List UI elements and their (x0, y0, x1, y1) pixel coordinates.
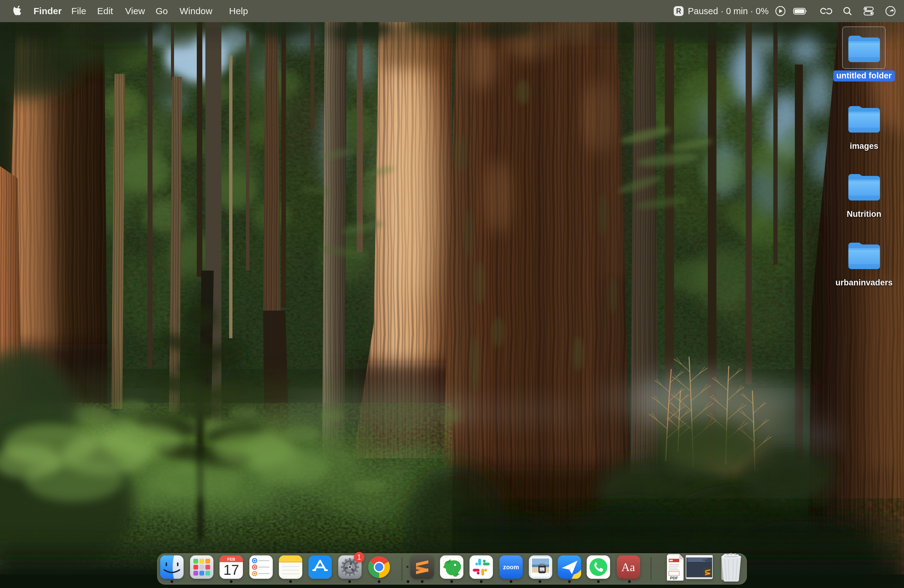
svg-text:FEB: FEB (227, 557, 235, 561)
svg-text:PDF: PDF (670, 576, 678, 580)
svg-text:zoom: zoom (503, 564, 519, 571)
svg-text:Aa: Aa (621, 561, 635, 574)
svg-text:17: 17 (223, 562, 239, 578)
svg-text:1: 1 (357, 553, 361, 561)
